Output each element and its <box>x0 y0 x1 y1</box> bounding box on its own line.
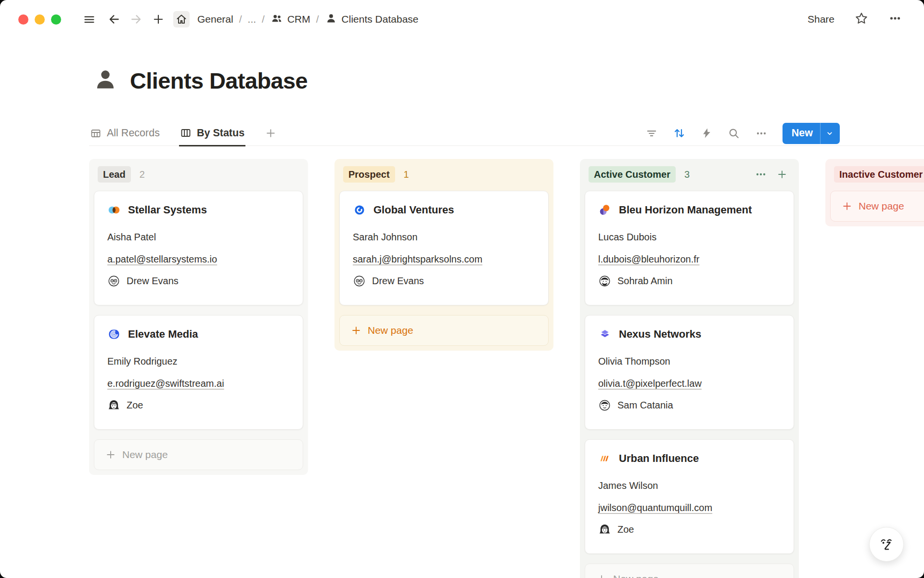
card-nexus-networks[interactable]: Nexus NetworksOlivia Thompsonolivia.t@pi… <box>585 315 794 430</box>
face-logo-icon <box>877 535 896 554</box>
new-page-button[interactable]: New page <box>585 564 794 578</box>
company-overlap-circles-icon <box>107 203 121 217</box>
company-layers-icon <box>598 328 612 341</box>
card-company-name: Global Ventures <box>373 204 454 216</box>
card-company-name: Nexus Networks <box>619 328 701 341</box>
card-owner-name: Drew Evans <box>372 276 424 287</box>
sidebar-menu-icon[interactable] <box>81 11 97 27</box>
card-owner-name: Sohrab Amin <box>617 276 673 287</box>
new-page-button[interactable]: New page <box>339 315 549 346</box>
column-header: Prospect1 <box>339 159 549 191</box>
assistant-face-button[interactable] <box>869 527 904 562</box>
app-window: General / ... / CRM / Clients Database S… <box>0 0 924 578</box>
column-header: Lead2 <box>94 159 303 191</box>
column-count: 1 <box>404 169 409 180</box>
back-arrow-icon[interactable] <box>106 11 122 27</box>
company-swirl-icon <box>353 203 366 217</box>
automation-bolt-icon[interactable] <box>701 127 713 139</box>
new-record-dropdown[interactable] <box>821 129 840 138</box>
card-contact-name: James Wilson <box>598 479 781 492</box>
home-icon[interactable] <box>173 11 190 27</box>
breadcrumb-separator: / <box>239 13 242 25</box>
share-button[interactable]: Share <box>808 13 834 25</box>
page-title[interactable]: Clients Database <box>130 67 308 94</box>
card-email-link[interactable]: e.rodriguez@swiftstream.ai <box>107 377 224 390</box>
column-status-badge[interactable]: Lead <box>98 166 131 183</box>
board-column-active-customer: Active Customer3Bleu Horizon ManagementL… <box>580 159 799 578</box>
window-topbar: General / ... / CRM / Clients Database S… <box>0 0 924 39</box>
column-status-badge[interactable]: Active Customer <box>589 166 676 183</box>
plus-icon <box>351 325 361 336</box>
card-email-link[interactable]: olivia.t@pixelperfect.law <box>598 377 702 390</box>
breadcrumb-separator: / <box>262 13 265 25</box>
filter-icon[interactable] <box>645 127 658 140</box>
search-icon[interactable] <box>728 127 740 140</box>
tab-by-status[interactable]: By Status <box>179 121 245 146</box>
breadcrumb-crm[interactable]: CRM <box>270 12 310 27</box>
page-person-icon <box>92 66 118 94</box>
card-email-link[interactable]: sarah.j@brightsparksolns.com <box>353 252 482 266</box>
board-column-inactive-customer: Inactive CustomerNew page <box>825 159 924 226</box>
card-owner-name: Drew Evans <box>127 276 179 287</box>
minimize-window-button[interactable] <box>35 14 45 25</box>
people-icon <box>270 12 283 27</box>
card-global-ventures[interactable]: Global VenturesSarah Johnsonsarah.j@brig… <box>339 191 549 305</box>
card-owner-name: Zoe <box>127 400 143 411</box>
card-urban-influence[interactable]: Urban InfluenceJames Wilsonjwilson@quant… <box>585 439 794 554</box>
plus-icon <box>596 574 607 578</box>
zoom-window-button[interactable] <box>51 14 61 25</box>
column-add-card-icon[interactable] <box>777 169 787 180</box>
column-count: 2 <box>140 169 145 180</box>
card-company-name: Stellar Systems <box>128 204 207 216</box>
column-header: Inactive Customer <box>830 159 924 191</box>
breadcrumb: General / ... / CRM / Clients Database <box>197 12 419 27</box>
view-options-icon[interactable] <box>755 127 768 140</box>
new-record-button[interactable]: New <box>783 123 840 144</box>
card-contact-name: Aisha Patel <box>107 230 290 244</box>
person-icon <box>325 12 337 27</box>
favorite-star-icon[interactable] <box>855 12 868 27</box>
plus-icon <box>105 449 116 460</box>
column-options-icon[interactable] <box>755 168 767 181</box>
card-owner-name: Sam Catania <box>617 400 673 411</box>
company-spiral-icon <box>107 328 121 341</box>
column-status-badge[interactable]: Inactive Customer <box>834 166 924 183</box>
new-page-button[interactable]: New page <box>830 191 924 222</box>
card-email-link[interactable]: a.patel@stellarsystems.io <box>107 252 217 266</box>
breadcrumb-general[interactable]: General <box>197 13 233 25</box>
avatar-drew <box>353 275 366 288</box>
card-bleu-horizon-management[interactable]: Bleu Horizon ManagementLucas Duboisl.dub… <box>585 191 794 305</box>
new-tab-plus-icon[interactable] <box>150 11 167 27</box>
breadcrumb-clients-database[interactable]: Clients Database <box>325 12 419 27</box>
board-column-prospect: Prospect1Global VenturesSarah Johnsonsar… <box>334 159 553 351</box>
card-contact-name: Emily Rodriguez <box>107 355 290 368</box>
add-view-button[interactable] <box>264 120 278 146</box>
card-contact-name: Lucas Dubois <box>598 230 781 244</box>
plus-icon <box>842 201 852 211</box>
card-email-link[interactable]: l.dubois@bleuhorizon.fr <box>598 252 699 266</box>
sort-icon[interactable] <box>673 127 686 140</box>
avatar-sam <box>598 399 611 412</box>
avatar-drew <box>107 275 120 288</box>
card-email-link[interactable]: jwilson@quantumquill.com <box>598 501 712 514</box>
more-options-icon[interactable] <box>888 12 902 27</box>
card-owner-name: Zoe <box>617 524 634 535</box>
card-stellar-systems[interactable]: Stellar SystemsAisha Patela.patel@stella… <box>94 191 303 305</box>
company-stripes-icon <box>598 452 612 465</box>
column-status-badge[interactable]: Prospect <box>343 166 395 183</box>
card-elevate-media[interactable]: Elevate MediaEmily Rodrigueze.rodriguez@… <box>94 315 303 430</box>
close-window-button[interactable] <box>18 14 28 25</box>
card-company-name: Bleu Horizon Management <box>619 204 752 216</box>
tab-all-records[interactable]: All Records <box>89 120 161 146</box>
breadcrumb-collapsed[interactable]: ... <box>248 13 257 25</box>
forward-arrow-icon[interactable] <box>128 11 144 27</box>
column-count: 3 <box>684 169 690 180</box>
company-pie-icon <box>598 203 612 217</box>
new-page-button[interactable]: New page <box>94 439 303 470</box>
board-column-lead: Lead2Stellar SystemsAisha Patela.patel@s… <box>89 159 308 475</box>
card-contact-name: Sarah Johnson <box>353 230 535 244</box>
card-contact-name: Olivia Thompson <box>598 355 781 368</box>
breadcrumb-separator: / <box>316 13 319 25</box>
avatar-sohrab <box>598 275 611 288</box>
card-company-name: Elevate Media <box>128 328 198 341</box>
